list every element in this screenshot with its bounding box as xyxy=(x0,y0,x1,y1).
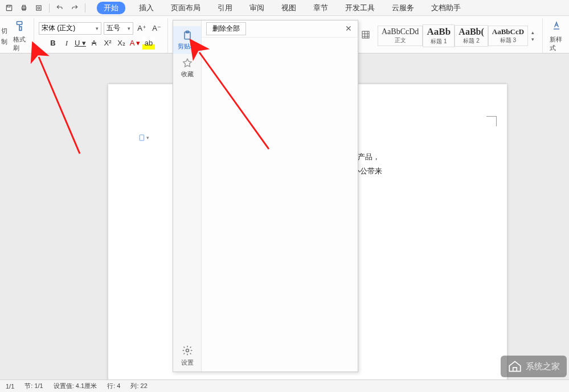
style-normal[interactable]: AaBbCcDd 正文 xyxy=(378,26,423,46)
table-icon xyxy=(361,30,371,42)
copy-label[interactable]: 制 xyxy=(1,38,7,46)
table-icon-group[interactable] xyxy=(356,18,373,53)
clear-all-button[interactable]: 删除全部 xyxy=(206,22,246,35)
underline-button[interactable]: U ▾ xyxy=(74,37,87,49)
panel-close-button[interactable]: ✕ xyxy=(344,24,353,33)
clipboard-icon xyxy=(182,30,193,41)
highlight-button[interactable]: ab xyxy=(142,37,155,49)
tab-cloud[interactable]: 云服务 xyxy=(388,2,417,14)
new-style-label: 新样式 xyxy=(550,35,563,52)
style-heading2[interactable]: AaBb( 标题 2 xyxy=(455,25,488,47)
format-painter-icon xyxy=(13,19,27,33)
new-style-icon xyxy=(550,19,563,33)
svg-point-6 xyxy=(38,7,40,9)
tab-devtools[interactable]: 开发工具 xyxy=(342,2,378,14)
sidebar-favorites-tab[interactable]: 收藏 xyxy=(173,54,201,82)
panel-settings-button[interactable]: 设置 xyxy=(181,340,194,372)
favorites-tab-label: 收藏 xyxy=(181,70,194,79)
format-painter-button[interactable]: 格式刷 xyxy=(11,18,29,53)
svg-rect-1 xyxy=(7,5,10,7)
paragraph-options-icon[interactable]: ▾ xyxy=(138,132,149,143)
bold-button[interactable]: B xyxy=(47,37,59,49)
tab-view[interactable]: 视图 xyxy=(278,2,300,14)
svg-rect-5 xyxy=(36,5,41,10)
style-heading3[interactable]: AaBbCcD 标题 3 xyxy=(488,26,528,46)
status-section: 节: 1/1 xyxy=(24,382,43,390)
svg-point-12 xyxy=(186,349,189,352)
tab-helper[interactable]: 文档助手 xyxy=(428,2,464,14)
styles-group: AaBbCcDd 正文 AaBb 标题 1 AaBb( 标题 2 AaBbCcD… xyxy=(373,18,543,53)
superscript-button[interactable]: X² xyxy=(101,37,114,49)
tab-start[interactable]: 开始 xyxy=(97,2,125,14)
cut-label[interactable]: 切 xyxy=(1,27,7,35)
panel-main: 删除全部 xyxy=(202,20,358,372)
menu-tabs: 开始 插入 页面布局 引用 审阅 视图 章节 开发工具 云服务 文档助手 xyxy=(91,2,464,14)
status-col: 列: 22 xyxy=(130,382,147,390)
svg-rect-8 xyxy=(362,31,369,38)
tab-review[interactable]: 审阅 xyxy=(246,2,268,14)
clipboard-group: 切 制 格式刷 xyxy=(0,18,34,53)
tab-pagelayout[interactable]: 页面布局 xyxy=(167,2,204,14)
preview-icon[interactable] xyxy=(34,3,43,13)
font-name-combo[interactable]: 宋体 (正文)▾ xyxy=(39,22,101,35)
format-painter-label: 格式刷 xyxy=(13,35,27,52)
panel-sidebar: 剪贴板 收藏 设置 xyxy=(173,20,202,372)
styles-more-button[interactable]: ▴ ▾ xyxy=(528,30,538,42)
subscript-button[interactable]: X₂ xyxy=(115,37,128,49)
font-color-button[interactable]: A ▾ xyxy=(129,37,141,49)
panel-topbar: 删除全部 xyxy=(202,20,358,38)
clipboard-panel: 剪贴板 收藏 设置 删除全部 ✕ xyxy=(173,20,358,372)
svg-rect-7 xyxy=(17,21,22,24)
status-row: 行: 4 xyxy=(107,382,120,390)
page-corner-marker xyxy=(486,116,497,126)
save-icon[interactable] xyxy=(5,3,14,13)
tab-sections[interactable]: 章节 xyxy=(310,2,331,14)
italic-button[interactable]: I xyxy=(60,37,73,49)
new-style-group: 新样式 xyxy=(543,18,569,53)
tab-references[interactable]: 引用 xyxy=(214,2,236,14)
separator xyxy=(49,3,50,13)
undo-icon[interactable] xyxy=(55,3,64,13)
tab-insert[interactable]: 插入 xyxy=(136,2,157,14)
print-icon[interactable] xyxy=(19,3,28,13)
gear-icon xyxy=(182,345,193,357)
watermark: 系统之家 xyxy=(501,356,567,377)
strikethrough-button[interactable]: A xyxy=(88,37,100,49)
svg-rect-3 xyxy=(23,5,26,7)
separator xyxy=(85,3,85,13)
svg-rect-9 xyxy=(140,135,144,141)
status-page: 1/1 xyxy=(6,383,14,390)
title-bar: 开始 插入 页面布局 引用 审阅 视图 章节 开发工具 云服务 文档助手 xyxy=(0,0,569,16)
clipboard-tab-label: 剪贴板 xyxy=(178,42,197,51)
status-bar: 1/1 节: 1/1 设置值: 4.1厘米 行: 4 列: 22 xyxy=(0,379,569,392)
sidebar-clipboard-tab[interactable]: 剪贴板 xyxy=(173,26,201,54)
new-style-button[interactable]: 新样式 xyxy=(547,18,566,53)
font-group: 宋体 (正文)▾ 五号▾ A⁺ A⁻ B I U ▾ A X² X₂ A ▾ a… xyxy=(34,18,168,53)
redo-icon[interactable] xyxy=(70,3,79,13)
settings-label: 设置 xyxy=(181,358,194,367)
increase-font-icon[interactable]: A⁺ xyxy=(136,22,148,35)
status-setting: 设置值: 4.1厘米 xyxy=(54,382,97,390)
style-heading1[interactable]: AaBb 标题 1 xyxy=(423,24,455,47)
decrease-font-icon[interactable]: A⁻ xyxy=(150,22,163,35)
font-size-combo[interactable]: 五号▾ xyxy=(104,22,133,35)
star-icon xyxy=(182,57,193,69)
